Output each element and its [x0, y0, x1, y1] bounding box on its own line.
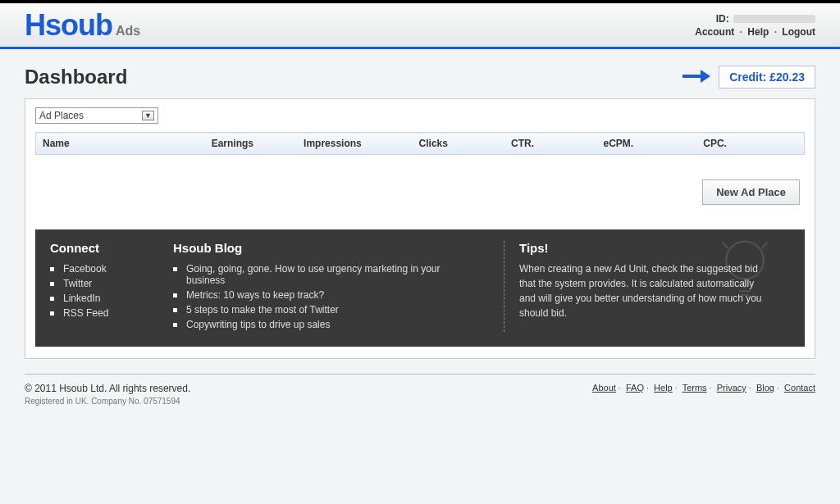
ad-places-table: Name Earnings Impressions Clicks CTR. eC… — [35, 132, 805, 155]
list-item: RSS Feed — [50, 306, 148, 320]
blog-link[interactable]: Metrics: 10 ways to keep track? — [186, 289, 324, 301]
col-name[interactable]: Name — [36, 133, 205, 155]
footer-faq[interactable]: FAQ — [626, 383, 644, 393]
user-info: ID: Account · Help · Logout — [695, 13, 815, 38]
credit-wrap: Credit: £20.23 — [682, 66, 815, 89]
connect-column: Connect Facebook Twitter LinkedIn RSS Fe… — [50, 241, 148, 332]
col-clicks[interactable]: Clicks — [413, 133, 504, 155]
main-panel: Ad Places ▼ Name Earnings Impressions Cl… — [25, 98, 815, 359]
table-header-row: Name Earnings Impressions Clicks CTR. eC… — [36, 133, 805, 155]
col-ecpm[interactable]: eCPM. — [596, 133, 696, 155]
page-head: Dashboard Credit: £20.23 — [25, 66, 815, 89]
logo-main: Hsoub — [25, 8, 112, 43]
logout-link[interactable]: Logout — [782, 26, 815, 38]
connect-title: Connect — [50, 241, 148, 255]
dot-separator: · — [774, 26, 777, 38]
page-title: Dashboard — [25, 66, 127, 89]
footer-contact[interactable]: Contact — [784, 383, 815, 393]
footer: © 2011 Hsoub Ltd. All rights reserved. R… — [0, 383, 840, 406]
footer-about[interactable]: About — [592, 383, 616, 393]
new-ad-place-button[interactable]: New Ad Place — [702, 179, 800, 205]
list-item: Metrics: 10 ways to keep track? — [173, 288, 464, 302]
info-panel: Connect Facebook Twitter LinkedIn RSS Fe… — [35, 229, 805, 347]
list-item: Facebook — [50, 261, 148, 276]
top-bar: Hsoub Ads ID: Account · Help · Logout — [0, 3, 840, 49]
tips-column: Tips! When creating a new Ad Unit, check… — [519, 241, 765, 332]
id-label: ID: — [716, 13, 729, 25]
blog-link[interactable]: Going, going, gone. How to use urgency m… — [186, 263, 441, 286]
button-row: New Ad Place — [35, 179, 800, 205]
tips-title: Tips! — [519, 241, 765, 255]
dot-separator: · — [740, 26, 742, 38]
col-ctr[interactable]: CTR. — [504, 133, 596, 155]
footer-privacy[interactable]: Privacy — [717, 383, 746, 393]
logo-sub: Ads — [116, 24, 140, 39]
list-item: Copywriting tips to drive up sales — [173, 317, 464, 332]
account-link[interactable]: Account — [695, 26, 734, 38]
help-link[interactable]: Help — [747, 26, 769, 38]
connect-facebook[interactable]: Facebook — [63, 263, 107, 275]
credit-box[interactable]: Credit: £20.23 — [719, 66, 815, 89]
user-id-row: ID: — [695, 13, 815, 25]
user-links: Account · Help · Logout — [695, 26, 815, 38]
vertical-divider — [504, 241, 504, 332]
container: Dashboard Credit: £20.23 Ad Places ▼ Nam… — [0, 49, 840, 359]
registered-text: Registered in UK. Company No. 07571594 — [25, 397, 190, 406]
blog-column: Hsoub Blog Going, going, gone. How to us… — [173, 241, 464, 332]
credit-label: Credit: £20.23 — [729, 70, 805, 84]
list-item: Going, going, gone. How to use urgency m… — [173, 261, 464, 288]
list-item: LinkedIn — [50, 291, 148, 306]
arrow-right-icon — [682, 66, 710, 88]
tips-body: When creating a new Ad Unit, check the s… — [519, 261, 765, 320]
footer-help[interactable]: Help — [654, 383, 673, 393]
select-value: Ad Places — [39, 110, 84, 121]
list-item: Twitter — [50, 276, 148, 291]
connect-list: Facebook Twitter LinkedIn RSS Feed — [50, 261, 148, 320]
copyright: © 2011 Hsoub Ltd. All rights reserved. — [25, 383, 190, 394]
ad-places-select[interactable]: Ad Places ▼ — [35, 107, 158, 124]
blog-link[interactable]: Copywriting tips to drive up sales — [186, 319, 330, 330]
connect-twitter[interactable]: Twitter — [63, 278, 92, 289]
footer-right: About· FAQ· Help· Terms· Privacy· Blog· … — [592, 383, 815, 406]
col-earnings[interactable]: Earnings — [205, 133, 297, 155]
footer-terms[interactable]: Terms — [682, 383, 707, 393]
footer-blog[interactable]: Blog — [756, 383, 774, 393]
connect-linkedin[interactable]: LinkedIn — [63, 293, 100, 304]
blog-link[interactable]: 5 steps to make the most of Twitter — [186, 304, 339, 316]
footer-divider — [25, 374, 815, 375]
footer-left: © 2011 Hsoub Ltd. All rights reserved. R… — [25, 383, 190, 406]
connect-rss[interactable]: RSS Feed — [63, 307, 108, 319]
col-impressions[interactable]: Impressions — [297, 133, 413, 155]
blog-title: Hsoub Blog — [173, 241, 464, 255]
user-id-value — [733, 15, 815, 23]
chevron-down-icon: ▼ — [142, 111, 154, 120]
list-item: 5 steps to make the most of Twitter — [173, 302, 464, 317]
blog-list: Going, going, gone. How to use urgency m… — [173, 261, 464, 332]
logo[interactable]: Hsoub Ads — [25, 8, 140, 43]
col-cpc[interactable]: CPC. — [696, 133, 804, 155]
